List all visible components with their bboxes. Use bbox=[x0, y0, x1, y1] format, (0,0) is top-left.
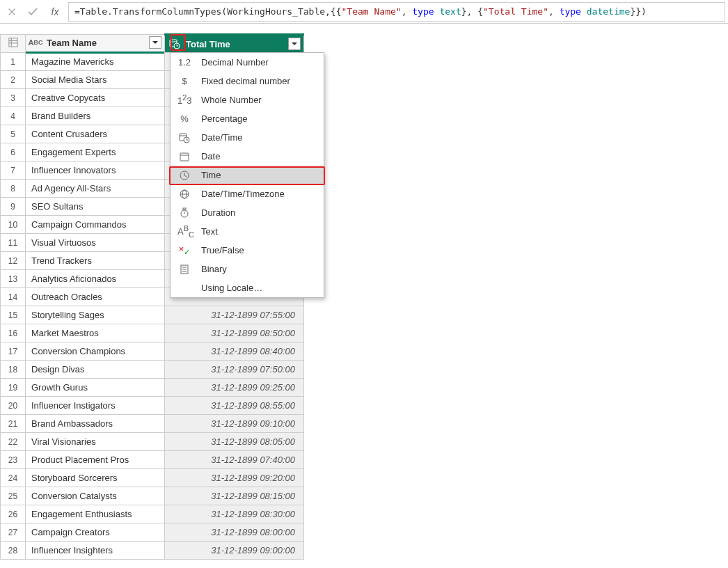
cell-team[interactable]: Outreach Oracles bbox=[26, 288, 165, 306]
type-menu-item-date[interactable]: Date bbox=[171, 147, 324, 166]
cell-team[interactable]: Influencer Instigators bbox=[26, 397, 165, 415]
table-row[interactable]: 23Product Placement Pros31-12-1899 07:40… bbox=[1, 451, 304, 469]
table-row[interactable]: 20Influencer Instigators31-12-1899 08:55… bbox=[1, 397, 304, 415]
cancel-button[interactable] bbox=[3, 3, 21, 21]
cell-team[interactable]: Engagement Enthusiasts bbox=[26, 505, 165, 523]
cell-time[interactable]: 31-12-1899 09:00:00 bbox=[165, 542, 304, 560]
row-number[interactable]: 17 bbox=[1, 342, 26, 361]
cell-team[interactable]: Market Maestros bbox=[26, 324, 165, 342]
type-menu-item-fixed-decimal-number[interactable]: $Fixed decimal number bbox=[171, 72, 324, 90]
table-row[interactable]: 18Design Divas31-12-1899 07:50:00 bbox=[1, 361, 304, 379]
table-row[interactable]: 24Storyboard Sorcerers31-12-1899 09:20:0… bbox=[1, 469, 304, 487]
cell-team[interactable]: Design Divas bbox=[26, 361, 165, 379]
cell-time[interactable]: 31-12-1899 08:15:00 bbox=[165, 487, 304, 505]
cell-team[interactable]: Ad Agency All-Stars bbox=[26, 180, 165, 198]
type-menu-item-date-time[interactable]: Date/Time bbox=[171, 128, 324, 147]
cell-time[interactable]: 31-12-1899 08:30:00 bbox=[165, 505, 304, 523]
row-number[interactable]: 2 bbox=[1, 71, 26, 89]
cell-time[interactable]: 31-12-1899 08:50:00 bbox=[165, 324, 304, 342]
cell-team[interactable]: SEO Sultans bbox=[26, 198, 165, 216]
cell-team[interactable]: Brand Ambassadors bbox=[26, 415, 165, 433]
row-number[interactable]: 16 bbox=[1, 324, 26, 342]
row-number[interactable]: 28 bbox=[1, 542, 26, 560]
row-number[interactable]: 1 bbox=[1, 53, 26, 71]
cell-team[interactable]: Product Placement Pros bbox=[26, 451, 165, 469]
row-number[interactable]: 8 bbox=[1, 180, 26, 198]
row-number[interactable]: 5 bbox=[1, 125, 26, 143]
row-number[interactable]: 15 bbox=[1, 306, 26, 324]
row-number[interactable]: 24 bbox=[1, 469, 26, 487]
row-number[interactable]: 22 bbox=[1, 433, 26, 451]
type-menu-item-date-time-timezone[interactable]: Date/Time/Timezone bbox=[171, 184, 324, 203]
table-row[interactable]: 19Growth Gurus31-12-1899 09:25:00 bbox=[1, 379, 304, 397]
cell-team[interactable]: Conversion Champions bbox=[26, 342, 165, 361]
row-number[interactable]: 12 bbox=[1, 252, 26, 270]
table-row[interactable]: 25Conversion Catalysts31-12-1899 08:15:0… bbox=[1, 487, 304, 505]
table-row[interactable]: 27Campaign Creators31-12-1899 08:00:00 bbox=[1, 523, 304, 542]
row-number[interactable]: 10 bbox=[1, 216, 26, 234]
table-row[interactable]: 15Storytelling Sages31-12-1899 07:55:00 bbox=[1, 306, 304, 324]
cell-time[interactable]: 31-12-1899 09:20:00 bbox=[165, 469, 304, 487]
formula-input[interactable]: = Table.TransformColumnTypes ( WorkingHo… bbox=[68, 2, 725, 22]
type-menu-item-time[interactable]: Time bbox=[171, 166, 324, 184]
cell-team[interactable]: Engagement Experts bbox=[26, 143, 165, 161]
row-number[interactable]: 27 bbox=[1, 523, 26, 542]
cell-time[interactable]: 31-12-1899 07:50:00 bbox=[165, 361, 304, 379]
cell-time[interactable]: 31-12-1899 08:40:00 bbox=[165, 342, 304, 361]
table-row[interactable]: 22Viral Visionaries31-12-1899 08:05:00 bbox=[1, 433, 304, 451]
row-selector-header[interactable] bbox=[1, 35, 26, 53]
cell-team[interactable]: Campaign Creators bbox=[26, 523, 165, 542]
type-menu-item-decimal-number[interactable]: 1.2Decimal Number bbox=[171, 53, 324, 72]
datetime-icon[interactable] bbox=[168, 37, 182, 51]
row-number[interactable]: 4 bbox=[1, 107, 26, 125]
row-number[interactable]: 11 bbox=[1, 234, 26, 252]
type-menu-item-using-locale-[interactable]: Using Locale… bbox=[171, 278, 324, 297]
row-number[interactable]: 20 bbox=[1, 397, 26, 415]
row-number[interactable]: 9 bbox=[1, 198, 26, 216]
table-row[interactable]: 28Influencer Insighters31-12-1899 09:00:… bbox=[1, 542, 304, 560]
table-row[interactable]: 16Market Maestros31-12-1899 08:50:00 bbox=[1, 324, 304, 342]
cell-team[interactable]: Influencer Innovators bbox=[26, 161, 165, 180]
cell-team[interactable]: Storytelling Sages bbox=[26, 306, 165, 324]
table-row[interactable]: 21Brand Ambassadors31-12-1899 09:10:00 bbox=[1, 415, 304, 433]
cell-team[interactable]: Content Crusaders bbox=[26, 125, 165, 143]
row-number[interactable]: 3 bbox=[1, 89, 26, 107]
table-row[interactable]: 26Engagement Enthusiasts31-12-1899 08:30… bbox=[1, 505, 304, 523]
type-menu-item-true-false[interactable]: ×✓True/False bbox=[171, 241, 324, 260]
confirm-button[interactable] bbox=[24, 3, 42, 21]
cell-time[interactable]: 31-12-1899 07:40:00 bbox=[165, 451, 304, 469]
cell-team[interactable]: Campaign Commandos bbox=[26, 216, 165, 234]
cell-time[interactable]: 31-12-1899 07:55:00 bbox=[165, 306, 304, 324]
column-header-team[interactable]: ABC Team Name bbox=[26, 35, 165, 53]
filter-dropdown-time[interactable] bbox=[288, 38, 301, 50]
row-number[interactable]: 23 bbox=[1, 451, 26, 469]
cell-team[interactable]: Growth Gurus bbox=[26, 379, 165, 397]
row-number[interactable]: 14 bbox=[1, 288, 26, 306]
cell-team[interactable]: Viral Visionaries bbox=[26, 433, 165, 451]
cell-team[interactable]: Brand Builders bbox=[26, 107, 165, 125]
cell-time[interactable]: 31-12-1899 08:55:00 bbox=[165, 397, 304, 415]
type-menu-item-whole-number[interactable]: 123Whole Number bbox=[171, 90, 324, 109]
cell-time[interactable]: 31-12-1899 08:00:00 bbox=[165, 523, 304, 542]
column-header-time[interactable]: Total Time bbox=[165, 35, 304, 53]
cell-team[interactable]: Visual Virtuosos bbox=[26, 234, 165, 252]
row-number[interactable]: 21 bbox=[1, 415, 26, 433]
cell-time[interactable]: 31-12-1899 09:10:00 bbox=[165, 415, 304, 433]
cell-time[interactable]: 31-12-1899 08:05:00 bbox=[165, 433, 304, 451]
cell-team[interactable]: Conversion Catalysts bbox=[26, 487, 165, 505]
type-menu-item-duration[interactable]: Duration bbox=[171, 203, 324, 222]
type-menu-item-binary[interactable]: Binary bbox=[171, 260, 324, 278]
filter-dropdown-team[interactable] bbox=[149, 36, 161, 49]
type-menu-item-text[interactable]: ABCText bbox=[171, 222, 324, 241]
cell-team[interactable]: Magazine Mavericks bbox=[26, 53, 165, 71]
row-number[interactable]: 7 bbox=[1, 161, 26, 180]
row-number[interactable]: 6 bbox=[1, 143, 26, 161]
cell-team[interactable]: Influencer Insighters bbox=[26, 542, 165, 560]
cell-team[interactable]: Storyboard Sorcerers bbox=[26, 469, 165, 487]
row-number[interactable]: 13 bbox=[1, 270, 26, 288]
cell-team[interactable]: Analytics Aficionados bbox=[26, 270, 165, 288]
cell-team[interactable]: Social Media Stars bbox=[26, 71, 165, 89]
row-number[interactable]: 26 bbox=[1, 505, 26, 523]
cell-time[interactable]: 31-12-1899 09:25:00 bbox=[165, 379, 304, 397]
table-row[interactable]: 17Conversion Champions31-12-1899 08:40:0… bbox=[1, 342, 304, 361]
